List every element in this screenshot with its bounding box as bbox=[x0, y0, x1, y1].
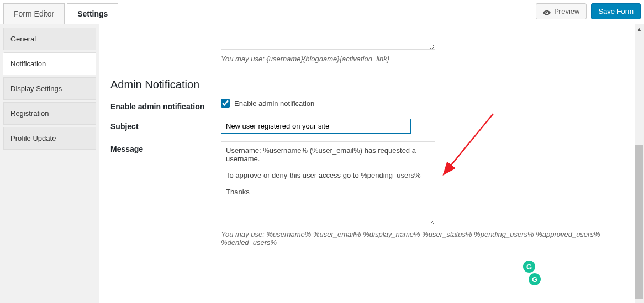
blank-label bbox=[110, 30, 221, 33]
main-tabs: Form Editor Settings bbox=[3, 2, 118, 24]
sidebar-item-registration[interactable]: Registration bbox=[3, 102, 96, 125]
enable-checkbox-row[interactable]: Enable admin notification bbox=[221, 99, 619, 108]
sidebar-item-profile-update[interactable]: Profile Update bbox=[3, 127, 96, 150]
preview-label: Preview bbox=[554, 7, 579, 15]
vertical-scrollbar[interactable]: ▲ bbox=[635, 24, 644, 303]
enable-admin-checkbox[interactable] bbox=[221, 99, 230, 108]
message-textarea[interactable]: Username: %username% (%user_email%) has … bbox=[221, 141, 435, 225]
scroll-up-icon[interactable]: ▲ bbox=[635, 24, 644, 34]
save-form-button[interactable]: Save Form bbox=[591, 3, 641, 19]
tab-settings[interactable]: Settings bbox=[67, 3, 118, 24]
top-nav: Form Editor Settings Preview Save Form bbox=[0, 0, 644, 24]
subject-input[interactable] bbox=[221, 119, 411, 134]
scroll-thumb[interactable] bbox=[635, 145, 643, 299]
sidebar-item-display-settings[interactable]: Display Settings bbox=[3, 77, 96, 100]
message-helper-text: You may use: %username% %user_email% %di… bbox=[221, 230, 619, 247]
eye-icon bbox=[543, 9, 551, 14]
content: General Notification Display Settings Re… bbox=[0, 24, 644, 303]
enable-label: Enable admin notification bbox=[110, 99, 221, 111]
grammarly-icon: G bbox=[523, 261, 535, 273]
section-title: Admin Notification bbox=[110, 78, 633, 91]
sidebar-item-general[interactable]: General bbox=[3, 28, 96, 50]
prior-message-textarea[interactable] bbox=[221, 30, 435, 50]
grammarly-icon: G bbox=[529, 273, 541, 285]
main-panel: You may use: {username}{blogname}{activa… bbox=[99, 24, 644, 303]
enable-checkbox-label: Enable admin notification bbox=[234, 99, 314, 108]
prior-helper-text: You may use: {username}{blogname}{activa… bbox=[221, 55, 619, 63]
message-label: Message bbox=[110, 141, 221, 153]
subject-label: Subject bbox=[110, 119, 221, 131]
top-actions: Preview Save Form bbox=[536, 3, 641, 23]
tab-form-editor[interactable]: Form Editor bbox=[3, 3, 65, 24]
preview-button[interactable]: Preview bbox=[536, 3, 587, 19]
sidebar-item-notification[interactable]: Notification bbox=[3, 52, 96, 75]
sidebar: General Notification Display Settings Re… bbox=[0, 24, 99, 303]
